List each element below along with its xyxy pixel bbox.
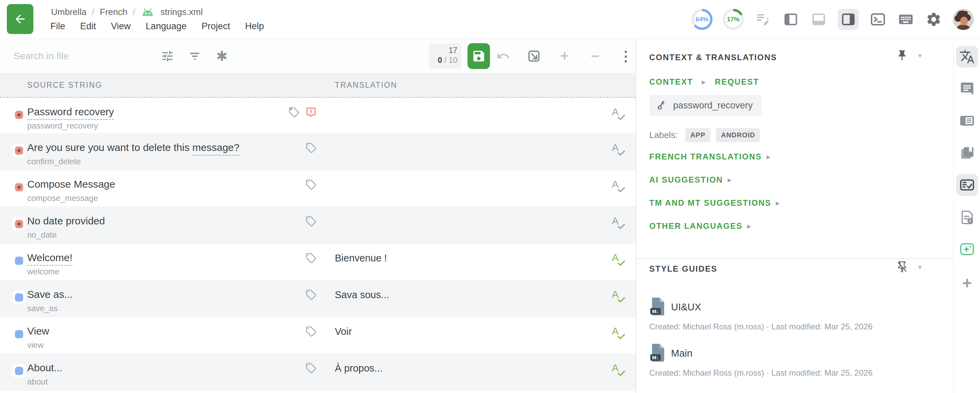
collapse-caret-icon[interactable]: ▾ bbox=[918, 263, 922, 272]
layout-bottom-panel-icon[interactable] bbox=[810, 11, 827, 28]
key-icon bbox=[653, 97, 669, 113]
comments-panel-icon[interactable] bbox=[956, 78, 978, 100]
label-chip[interactable]: ANDROID bbox=[716, 128, 760, 142]
add-panel-icon[interactable]: + bbox=[956, 272, 978, 294]
spellcheck-icon[interactable]: A bbox=[612, 143, 627, 159]
menu-file[interactable]: File bbox=[50, 21, 65, 32]
filter-icon[interactable] bbox=[188, 49, 202, 63]
label-chip[interactable]: APP bbox=[685, 128, 711, 142]
tag-icon[interactable] bbox=[288, 107, 299, 117]
search-input[interactable] bbox=[14, 47, 143, 65]
unpin-icon[interactable] bbox=[893, 258, 911, 276]
menu-help[interactable]: Help bbox=[245, 21, 264, 32]
top-right-cluster: 64% 17% bbox=[692, 8, 974, 31]
context-link[interactable]: CONTEXT bbox=[649, 77, 693, 87]
more-menu-icon[interactable]: ⋮ bbox=[619, 49, 633, 63]
menu-edit[interactable]: Edit bbox=[80, 21, 96, 32]
match-pattern-icon[interactable]: ✱ bbox=[215, 49, 229, 63]
string-key-chip[interactable]: password_recovery bbox=[649, 95, 762, 116]
keyboard-icon[interactable] bbox=[897, 11, 915, 28]
breadcrumb-project[interactable]: Umbrella bbox=[51, 7, 86, 17]
layout-right-panel-icon[interactable] bbox=[838, 9, 859, 30]
style-guide-name[interactable]: Main bbox=[671, 348, 692, 359]
spellcheck-icon[interactable]: A bbox=[612, 253, 627, 269]
translation-cell[interactable]: À propos... bbox=[335, 363, 382, 374]
table-row[interactable]: Compose Message compose_message A bbox=[0, 170, 636, 207]
tag-icon[interactable] bbox=[305, 179, 317, 190]
tag-icon[interactable] bbox=[305, 363, 317, 374]
progress-ring-total[interactable]: 64% bbox=[692, 9, 713, 30]
tag-icon[interactable] bbox=[305, 289, 317, 300]
done-count: 0 / 10 bbox=[433, 55, 457, 65]
ai-assistant-panel-icon[interactable] bbox=[956, 238, 978, 260]
tag-icon[interactable] bbox=[305, 216, 317, 227]
style-guide-name[interactable]: UI&UX bbox=[671, 301, 701, 313]
table-row[interactable]: No date provided no_date A bbox=[0, 207, 636, 244]
gear-icon[interactable] bbox=[925, 11, 943, 28]
table-row[interactable]: Save as... save_as Sava sous... A bbox=[0, 280, 636, 317]
status-translated-icon bbox=[12, 291, 26, 304]
collapse-caret-icon[interactable]: ▾ bbox=[918, 51, 922, 60]
menu-view[interactable]: View bbox=[111, 21, 130, 32]
undo-icon[interactable] bbox=[496, 49, 511, 63]
status-translated-icon bbox=[12, 254, 26, 268]
translation-cell[interactable]: Sava sous... bbox=[335, 289, 389, 301]
table-row[interactable]: View view Voir A bbox=[0, 317, 636, 354]
pin-icon[interactable] bbox=[893, 47, 911, 64]
spellcheck-icon[interactable]: A bbox=[612, 363, 627, 379]
labels-row: Labels: APP ANDROID bbox=[649, 128, 760, 142]
tag-icon[interactable] bbox=[305, 326, 317, 337]
style-guide-meta: Created: Michael Ross (m.ross) · Last mo… bbox=[649, 368, 872, 378]
spellcheck-icon[interactable]: A bbox=[612, 216, 627, 232]
remove-icon[interactable]: − bbox=[588, 49, 602, 63]
markdown-file-icon: M↓ bbox=[649, 343, 667, 363]
key-chip-text: password_recovery bbox=[673, 100, 753, 111]
breadcrumb-language[interactable]: French bbox=[100, 7, 127, 17]
request-link[interactable]: REQUEST bbox=[715, 77, 759, 87]
tag-icon[interactable] bbox=[305, 253, 317, 263]
menu-language[interactable]: Language bbox=[146, 21, 186, 32]
spellcheck-icon[interactable]: A bbox=[612, 179, 627, 195]
glossary-panel-icon[interactable] bbox=[956, 142, 978, 164]
breadcrumb-file[interactable]: strings.xml bbox=[160, 7, 202, 17]
panel-switcher-sidebar: + bbox=[953, 39, 980, 393]
warning-comment-icon[interactable] bbox=[305, 107, 317, 117]
string-key: welcome bbox=[27, 267, 60, 276]
top-bar: Umbrella / French / strings.xml File Edi… bbox=[0, 0, 980, 39]
spellcheck-icon[interactable]: A bbox=[612, 289, 627, 306]
progress-ring-done[interactable]: 17% bbox=[723, 9, 744, 30]
section-tm-mt-suggestions[interactable]: TM AND MT SUGGESTIONS ▸ bbox=[649, 198, 780, 208]
checklist-panel-icon[interactable] bbox=[956, 174, 978, 196]
table-row[interactable]: About... about À propos... A bbox=[0, 354, 636, 391]
table-row[interactable]: Password recovery password_recovery A bbox=[0, 97, 636, 134]
translation-cell[interactable]: Bienvenue ! bbox=[335, 253, 387, 264]
string-key: view bbox=[27, 340, 43, 350]
add-icon[interactable]: + bbox=[557, 49, 572, 63]
floppy-icon bbox=[472, 49, 486, 63]
apply-translation-icon[interactable] bbox=[527, 49, 541, 63]
layout-left-panel-icon[interactable] bbox=[782, 11, 800, 28]
save-button[interactable] bbox=[468, 43, 490, 69]
menu-bar: File Edit View Language Project Help bbox=[50, 21, 264, 32]
edit-note-icon[interactable] bbox=[754, 11, 772, 28]
tune-icon[interactable] bbox=[161, 49, 174, 63]
table-row[interactable]: Welcome! welcome Bienvenue ! A bbox=[0, 244, 636, 280]
string-key: password_recovery bbox=[27, 121, 98, 130]
tag-icon[interactable] bbox=[305, 143, 317, 153]
card-details-panel-icon[interactable] bbox=[956, 110, 978, 132]
menu-project[interactable]: Project bbox=[202, 21, 230, 32]
back-button[interactable] bbox=[7, 4, 33, 34]
section-ai-suggestion[interactable]: AI SUGGESTION ▸ bbox=[649, 175, 732, 185]
spellcheck-icon[interactable]: A bbox=[612, 326, 627, 342]
avatar[interactable] bbox=[953, 9, 974, 30]
translation-editor-app: Umbrella / French / strings.xml File Edi… bbox=[0, 0, 980, 393]
table-row[interactable]: Are you sure you want to delete this mes… bbox=[0, 134, 636, 170]
terminal-icon[interactable] bbox=[869, 11, 887, 28]
translate-panel-icon[interactable] bbox=[956, 46, 978, 68]
translation-cell[interactable]: Voir bbox=[335, 326, 352, 337]
spellcheck-icon[interactable]: A bbox=[612, 107, 627, 123]
file-info-panel-icon[interactable] bbox=[956, 206, 978, 228]
chevron-right-icon: ▸ bbox=[776, 199, 780, 207]
section-other-languages[interactable]: OTHER LANGUAGES ▸ bbox=[649, 221, 751, 231]
section-french-translations[interactable]: FRENCH TRANSLATIONS ▸ bbox=[649, 152, 771, 162]
